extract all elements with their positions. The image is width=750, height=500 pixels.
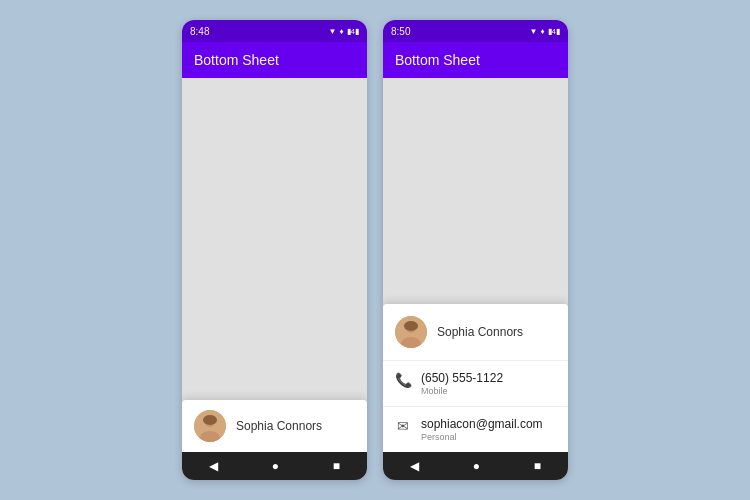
signal-icon-right: ▼	[530, 27, 538, 36]
status-bar-right: 8:50 ▼ ♦ ▮4▮	[383, 20, 568, 42]
back-icon-left[interactable]: ◀	[209, 459, 218, 473]
avatar-right	[395, 316, 427, 348]
content-area-left	[182, 78, 367, 452]
email-icon: ✉	[395, 418, 411, 434]
recents-icon-left[interactable]: ■	[333, 459, 340, 473]
email-detail-group: sophiacon@gmail.com Personal	[421, 417, 543, 442]
home-icon-left[interactable]: ●	[272, 459, 279, 473]
avatar-left	[194, 410, 226, 442]
app-bar-left: Bottom Sheet	[182, 42, 367, 78]
bottom-sheet-expanded: Sophia Connors 📞 (650) 555-1122 Mobile ✉…	[383, 304, 568, 452]
recents-icon-right[interactable]: ■	[534, 459, 541, 473]
email-label: Personal	[421, 432, 543, 442]
phone-row[interactable]: 📞 (650) 555-1122 Mobile	[383, 361, 568, 407]
bottom-sheet-left[interactable]: Sophia Connors	[182, 400, 367, 452]
avatar-svg-left	[194, 410, 226, 442]
contact-name-right: Sophia Connors	[437, 325, 523, 339]
email-address: sophiacon@gmail.com	[421, 417, 543, 431]
status-time-left: 8:48	[190, 26, 209, 37]
phone-detail-group: (650) 555-1122 Mobile	[421, 371, 503, 396]
bottom-sheet-right[interactable]: Sophia Connors 📞 (650) 555-1122 Mobile ✉…	[383, 304, 568, 452]
email-row[interactable]: ✉ sophiacon@gmail.com Personal	[383, 407, 568, 452]
wifi-icon-left: ♦	[339, 27, 343, 36]
status-icons-right: ▼ ♦ ▮4▮	[530, 27, 560, 36]
signal-icon-left: ▼	[329, 27, 337, 36]
nav-bar-left: ◀ ● ■	[182, 452, 367, 480]
wifi-icon-right: ♦	[540, 27, 544, 36]
phone-icon: 📞	[395, 372, 411, 388]
nav-bar-right: ◀ ● ■	[383, 452, 568, 480]
phone-number: (650) 555-1122	[421, 371, 503, 385]
bottom-sheet-collapsed: Sophia Connors	[182, 400, 367, 452]
phone-left: 8:48 ▼ ♦ ▮4▮ Bottom Sheet Sophia Connors…	[182, 20, 367, 480]
contact-name-left: Sophia Connors	[236, 419, 322, 433]
svg-point-3	[203, 415, 217, 425]
status-icons-left: ▼ ♦ ▮4▮	[329, 27, 359, 36]
avatar-svg-right	[395, 316, 427, 348]
status-time-right: 8:50	[391, 26, 410, 37]
app-bar-title-left: Bottom Sheet	[194, 52, 279, 68]
status-bar-left: 8:48 ▼ ♦ ▮4▮	[182, 20, 367, 42]
battery-icon-right: ▮4▮	[548, 27, 560, 36]
svg-point-7	[404, 321, 418, 331]
phone-label: Mobile	[421, 386, 503, 396]
home-icon-right[interactable]: ●	[473, 459, 480, 473]
phone-right: 8:50 ▼ ♦ ▮4▮ Bottom Sheet Sophia Conno	[383, 20, 568, 480]
back-icon-right[interactable]: ◀	[410, 459, 419, 473]
app-bar-right: Bottom Sheet	[383, 42, 568, 78]
expanded-header: Sophia Connors	[383, 304, 568, 361]
battery-icon-left: ▮4▮	[347, 27, 359, 36]
app-bar-title-right: Bottom Sheet	[395, 52, 480, 68]
